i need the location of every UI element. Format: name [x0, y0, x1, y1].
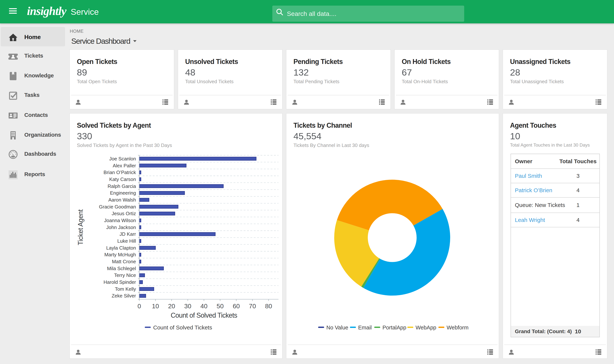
svg-text:Katy Carson: Katy Carson: [109, 177, 136, 182]
svg-text:40: 40: [200, 302, 208, 310]
svg-text:John Jackson: John Jackson: [106, 224, 136, 230]
svg-text:Joanna Wilson: Joanna Wilson: [104, 218, 136, 223]
svg-text:70: 70: [249, 302, 256, 310]
svg-text:Count of Solved Tickets: Count of Solved Tickets: [171, 312, 237, 319]
svg-text:20: 20: [168, 302, 175, 310]
svg-text:Marty McHugh: Marty McHugh: [104, 252, 136, 258]
svg-text:Brian O’Patrick: Brian O’Patrick: [104, 169, 136, 175]
svg-text:Harold Spinder: Harold Spinder: [104, 279, 136, 285]
svg-text:Ticket Agent: Ticket Agent: [77, 209, 84, 245]
svg-text:Layla Clapton: Layla Clapton: [106, 245, 136, 251]
svg-text:Joe Scanlon: Joe Scanlon: [109, 156, 136, 162]
svg-text:Aaron Walsh: Aaron Walsh: [108, 197, 136, 203]
svg-text:Matt Crone: Matt Crone: [112, 259, 136, 264]
svg-text:Email: Email: [358, 325, 372, 331]
svg-text:Zeke Silver: Zeke Silver: [112, 293, 136, 299]
svg-text:Tom Kelly: Tom Kelly: [115, 286, 136, 292]
svg-text:60: 60: [233, 302, 240, 310]
svg-text:WebApp: WebApp: [416, 325, 436, 331]
svg-text:Jesus Ortiz: Jesus Ortiz: [112, 211, 136, 216]
svg-text:30: 30: [184, 302, 191, 310]
svg-text:Count of Solved Tickets: Count of Solved Tickets: [153, 324, 212, 331]
svg-text:Webform: Webform: [447, 325, 469, 331]
svg-text:10: 10: [152, 302, 159, 310]
svg-text:Luke Hill: Luke Hill: [117, 238, 136, 244]
svg-text:Engineering: Engineering: [110, 190, 136, 196]
svg-text:No Value: No Value: [326, 325, 348, 331]
svg-text:PortalApp: PortalApp: [382, 325, 406, 331]
svg-text:Ralph Garcia: Ralph Garcia: [107, 183, 136, 189]
svg-text:80: 80: [265, 302, 272, 310]
svg-text:Mila Schlegel: Mila Schlegel: [107, 266, 136, 271]
svg-text:50: 50: [217, 302, 224, 310]
svg-text:Terry Nice: Terry Nice: [114, 273, 136, 278]
svg-text:0: 0: [137, 302, 141, 310]
svg-text:Gracie Goodman: Gracie Goodman: [99, 204, 136, 209]
svg-text:JD Karr: JD Karr: [119, 231, 136, 237]
svg-text:Alex Paller: Alex Paller: [113, 163, 136, 169]
